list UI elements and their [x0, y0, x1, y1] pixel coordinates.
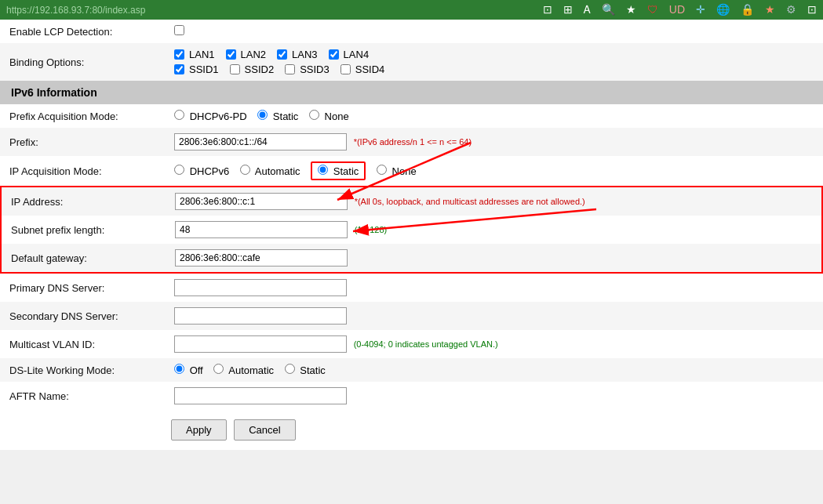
- icon-3[interactable]: Ꭺ: [584, 3, 591, 16]
- ssid3-checkbox[interactable]: [285, 64, 295, 74]
- ds-lite-label: DS-Lite Working Mode:: [0, 358, 165, 382]
- lan2-checkbox[interactable]: [226, 49, 236, 60]
- lan1-checkbox[interactable]: [174, 49, 184, 60]
- multicast-vlan-label: Multicast VLAN ID:: [0, 330, 165, 358]
- ds-lite-auto-radio[interactable]: [213, 364, 224, 374]
- ipv6-section-title: IPv6 Information: [0, 81, 823, 104]
- lan-checkbox-group: LAN1 LAN2 LAN3: [174, 49, 814, 60]
- ds-lite-off-radio[interactable]: [174, 364, 184, 374]
- icon-12[interactable]: ⚙: [786, 3, 796, 16]
- icon-13[interactable]: ⊡: [807, 3, 817, 16]
- subnet-input[interactable]: [175, 221, 348, 238]
- ip-acq-none-label[interactable]: None: [377, 165, 417, 177]
- ip-acq-dhcp-radio[interactable]: [174, 165, 184, 175]
- icon-11[interactable]: ★: [765, 3, 775, 16]
- browser-bar: https://192.168.93.7:80/index.asp ⊡ ⊞ Ꭺ …: [0, 0, 823, 20]
- ip-acq-auto-radio[interactable]: [240, 165, 250, 175]
- lan1-label[interactable]: LAN1: [174, 49, 215, 60]
- prefix-mode-value: DHCPv6-PD Static None: [165, 104, 823, 128]
- ds-lite-value: Off Automatic Static: [165, 358, 823, 382]
- prefix-static-radio[interactable]: [257, 110, 268, 120]
- gateway-label: Default gateway:: [1, 244, 166, 273]
- ip-acq-dhcp-label[interactable]: DHCPv6: [174, 165, 232, 177]
- ds-lite-auto-text: Automatic: [228, 364, 274, 376]
- buttons-label-spacer: [0, 410, 165, 450]
- gateway-row: Default gateway:: [1, 244, 822, 273]
- ssid4-checkbox[interactable]: [340, 64, 351, 74]
- ssid4-text: SSID4: [355, 63, 385, 75]
- prefix-none-label[interactable]: None: [309, 111, 349, 122]
- lan4-label[interactable]: LAN4: [329, 49, 370, 60]
- prefix-none-radio[interactable]: [309, 110, 319, 120]
- ip-acq-label: IP Acquisition Mode:: [0, 156, 165, 186]
- lan4-checkbox[interactable]: [329, 49, 339, 60]
- prefix-input[interactable]: [174, 133, 347, 150]
- ssid2-text: SSID2: [245, 63, 275, 75]
- ip-acq-static-radio[interactable]: [318, 165, 328, 175]
- icon-9[interactable]: 🌐: [716, 3, 730, 16]
- ip-acq-value: DHCPv6 Automatic Static: [165, 156, 823, 186]
- prefix-none-text: None: [325, 111, 349, 122]
- prefix-static-text: Static: [273, 111, 299, 122]
- ip-address-value: *(All 0s, loopback, and multicast addres…: [166, 187, 822, 216]
- prefix-value: *(IPv6 address/n 1 <= n <= 64): [165, 128, 823, 156]
- icon-7[interactable]: UD: [669, 3, 685, 16]
- enable-lcp-checkbox[interactable]: [174, 25, 184, 35]
- ssid4-label[interactable]: SSID4: [340, 63, 385, 75]
- ds-lite-static-text: Static: [300, 364, 326, 376]
- ip-address-row: IP Address: *(All 0s, loopback, and mult…: [1, 187, 822, 216]
- gateway-input[interactable]: [175, 249, 348, 267]
- primary-dns-input[interactable]: [174, 279, 347, 296]
- icon-10[interactable]: 🔒: [741, 3, 754, 16]
- cancel-button[interactable]: Cancel: [234, 419, 295, 441]
- lan3-checkbox[interactable]: [277, 49, 287, 60]
- ds-lite-off-label[interactable]: Off: [174, 364, 206, 376]
- secondary-dns-input[interactable]: [174, 307, 347, 325]
- ssid2-checkbox[interactable]: [230, 64, 240, 74]
- ds-lite-static-radio[interactable]: [285, 364, 295, 374]
- ds-lite-static-label[interactable]: Static: [285, 364, 326, 376]
- buttons-value: Apply Cancel: [165, 410, 823, 450]
- ipv6-section-header: IPv6 Information: [0, 81, 823, 104]
- gateway-value: [166, 244, 822, 273]
- enable-lcp-row: Enable LCP Detection:: [0, 20, 823, 43]
- enable-lcp-label: Enable LCP Detection:: [0, 20, 165, 43]
- lan3-label[interactable]: LAN3: [277, 49, 318, 60]
- aftr-row: AFTR Name:: [0, 382, 823, 410]
- apply-button[interactable]: Apply: [171, 419, 227, 441]
- prefix-dhcp-radio[interactable]: [174, 110, 184, 120]
- ssid1-text: SSID1: [189, 63, 219, 75]
- buttons-row: Apply Cancel: [0, 410, 823, 450]
- ip-acq-auto-label[interactable]: Automatic: [240, 165, 303, 177]
- icon-6[interactable]: 🛡: [647, 3, 658, 16]
- primary-dns-row: Primary DNS Server:: [0, 274, 823, 302]
- ssid1-label[interactable]: SSID1: [174, 63, 219, 75]
- secondary-dns-row: Secondary DNS Server:: [0, 302, 823, 330]
- multicast-vlan-input[interactable]: [174, 335, 347, 353]
- prefix-static-label[interactable]: Static: [257, 111, 301, 122]
- ssid2-label[interactable]: SSID2: [230, 63, 275, 75]
- ds-lite-auto-label[interactable]: Automatic: [213, 364, 276, 376]
- ssid3-label[interactable]: SSID3: [285, 63, 330, 75]
- main-content: Enable LCP Detection: Binding Options: L…: [0, 20, 823, 450]
- lan2-label[interactable]: LAN2: [226, 49, 267, 60]
- ssid1-checkbox[interactable]: [174, 64, 184, 74]
- prefix-dhcp-label[interactable]: DHCPv6-PD: [174, 111, 249, 122]
- icon-8[interactable]: ✛: [696, 3, 705, 16]
- ssid3-text: SSID3: [300, 63, 330, 75]
- prefix-dhcp-text: DHCPv6-PD: [190, 111, 247, 122]
- multicast-vlan-row: Multicast VLAN ID: (0-4094; 0 indicates …: [0, 330, 823, 358]
- ip-details-table: IP Address: *(All 0s, loopback, and mult…: [0, 186, 823, 274]
- icon-2[interactable]: ⊞: [563, 3, 573, 16]
- ssid-checkbox-group: SSID1 SSID2 SSID3: [174, 63, 814, 75]
- ip-acq-static-label[interactable]: Static: [318, 165, 359, 177]
- ip-address-hint: *(All 0s, loopback, and multicast addres…: [355, 197, 585, 206]
- icon-4[interactable]: 🔍: [602, 3, 615, 16]
- icon-1[interactable]: ⊡: [543, 3, 552, 16]
- ip-address-input[interactable]: [175, 193, 348, 210]
- aftr-input[interactable]: [174, 387, 347, 404]
- lan4-text: LAN4: [344, 49, 370, 60]
- ip-acq-none-radio[interactable]: [377, 165, 387, 175]
- icon-5[interactable]: ★: [626, 3, 636, 16]
- binding-options-label: Binding Options:: [0, 43, 165, 81]
